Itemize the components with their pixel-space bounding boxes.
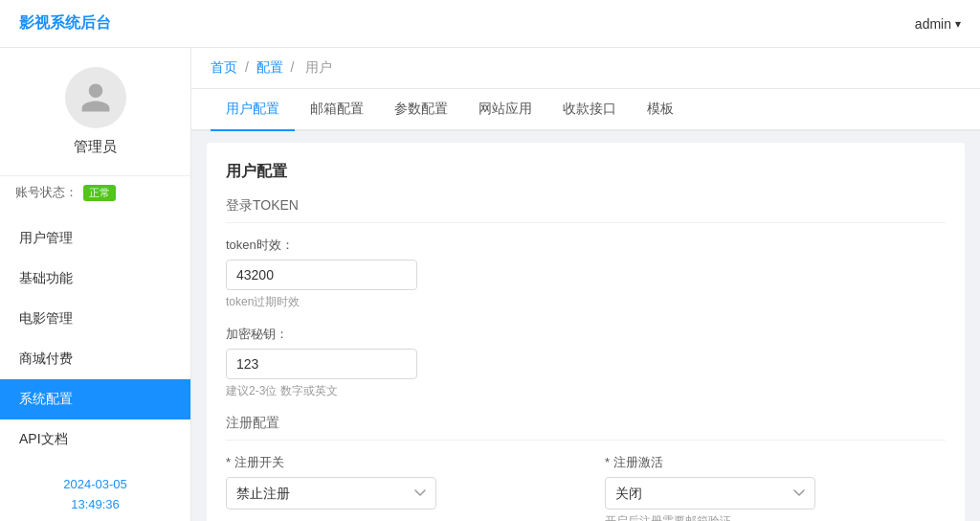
reg-toggle-label: * 注册开关 [226, 454, 567, 471]
tab-bar: 用户配置 邮箱配置 参数配置 网站应用 收款接口 模板 [191, 89, 980, 131]
layout: 管理员 账号状态： 正常 用户管理 基础功能 电影管理 商城付费 系统配置 AP… [0, 48, 980, 521]
avatar [65, 67, 126, 128]
reg-activate-label: * 注册激活 [605, 454, 946, 471]
breadcrumb-home[interactable]: 首页 [211, 59, 237, 75]
sidebar-item-shop-pay[interactable]: 商城付费 [0, 339, 190, 379]
sidebar-date: 2024-03-05 [63, 475, 127, 495]
reg-activate-hint: 开启后注册需要邮箱验证 [605, 513, 946, 521]
avatar-container: 管理员 [65, 67, 126, 166]
admin-name: 管理员 [74, 138, 117, 156]
tab-website-app[interactable]: 网站应用 [463, 89, 547, 131]
tab-template[interactable]: 模板 [632, 89, 689, 131]
reg-row-1: * 注册开关 禁止注册 允许注册 * 注册激活 关闭 开启 开启后注册需要邮箱验… [226, 454, 946, 521]
tab-email-config[interactable]: 邮箱配置 [295, 89, 379, 131]
token-section-title: 登录TOKEN [226, 197, 946, 223]
user-icon [78, 80, 113, 115]
account-status-label: 账号状态： [15, 184, 78, 201]
reg-config-section: 注册配置 * 注册开关 禁止注册 允许注册 * 注册激活 关闭 开启 [226, 415, 946, 521]
secret-key-group: 加密秘钥： 建议2-3位 数字或英文 [226, 326, 946, 399]
reg-section-title: 注册配置 [226, 415, 946, 441]
sidebar-item-movie-manage[interactable]: 电影管理 [0, 299, 190, 339]
panel-title: 用户配置 [226, 162, 946, 182]
user-menu[interactable]: admin [915, 16, 961, 32]
app-title: 影视系统后台 [19, 13, 111, 34]
status-badge: 正常 [83, 185, 116, 201]
tab-user-config[interactable]: 用户配置 [211, 89, 295, 131]
reg-toggle-col: * 注册开关 禁止注册 允许注册 [226, 454, 567, 521]
breadcrumb-sep1: / [245, 59, 249, 75]
main-content: 首页 / 配置 / 用户 用户配置 邮箱配置 参数配置 网站应用 收款接口 模板… [191, 48, 980, 521]
breadcrumb-user: 用户 [305, 59, 332, 75]
sidebar-time: 13:49:36 [63, 495, 127, 515]
nav-menu: 用户管理 基础功能 电影管理 商城付费 系统配置 API文档 [0, 218, 190, 460]
secret-key-input[interactable] [226, 349, 417, 379]
breadcrumb-sep2: / [291, 59, 295, 75]
sidebar-item-user-manage[interactable]: 用户管理 [0, 218, 190, 259]
reg-toggle-select[interactable]: 禁止注册 允许注册 [226, 477, 436, 510]
token-validity-group: token时效： token过期时效 [226, 237, 946, 310]
sidebar: 管理员 账号状态： 正常 用户管理 基础功能 电影管理 商城付费 系统配置 AP… [0, 48, 191, 521]
breadcrumb: 首页 / 配置 / 用户 [191, 48, 980, 89]
token-hint: token过期时效 [226, 294, 946, 310]
reg-activate-select[interactable]: 关闭 开启 [605, 477, 815, 510]
sidebar-datetime: 2024-03-05 13:49:36 [48, 460, 143, 521]
tab-param-config[interactable]: 参数配置 [379, 89, 463, 131]
sidebar-item-basic-func[interactable]: 基础功能 [0, 259, 190, 299]
account-status-row: 账号状态： 正常 [0, 175, 190, 209]
secret-hint: 建议2-3位 数字或英文 [226, 383, 946, 399]
breadcrumb-config[interactable]: 配置 [256, 59, 283, 75]
header: 影视系统后台 admin [0, 0, 980, 48]
sidebar-item-sys-config[interactable]: 系统配置 [0, 379, 190, 419]
sidebar-item-api-doc[interactable]: API文档 [0, 419, 190, 460]
content-panel: 用户配置 登录TOKEN token时效： token过期时效 加密秘钥： 建议… [207, 143, 965, 521]
secret-key-label: 加密秘钥： [226, 326, 946, 343]
tab-payment[interactable]: 收款接口 [547, 89, 632, 131]
reg-activate-col: * 注册激活 关闭 开启 开启后注册需要邮箱验证 [605, 454, 946, 521]
token-validity-label: token时效： [226, 237, 946, 254]
token-validity-input[interactable] [226, 260, 417, 290]
